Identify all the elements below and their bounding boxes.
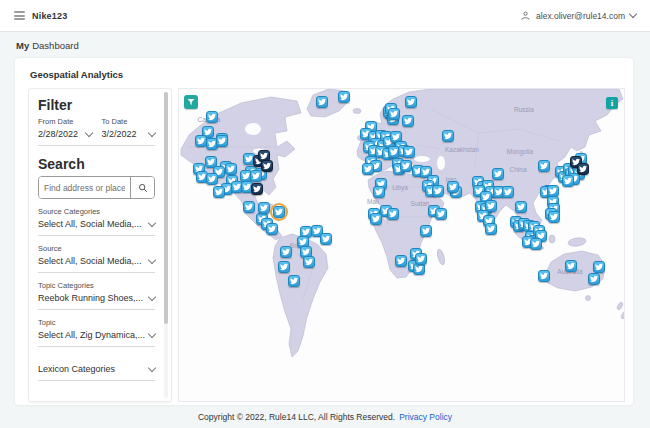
- map-marker-twitter[interactable]: [538, 270, 550, 282]
- sulawesi: [549, 235, 555, 243]
- twitter-bird-icon: [590, 275, 598, 283]
- map-marker-twitter[interactable]: [216, 135, 228, 147]
- map-marker-twitter[interactable]: [243, 201, 255, 213]
- twitter-bird-icon: [197, 137, 205, 145]
- map-marker-twitter[interactable]: [435, 208, 447, 220]
- search-input[interactable]: [39, 177, 130, 198]
- map-marker-twitter[interactable]: [562, 175, 574, 187]
- twitter-bird-icon: [504, 188, 512, 196]
- chevron-down-icon: [629, 10, 637, 18]
- chevron-down-icon: [148, 128, 156, 136]
- map-marker-twitter[interactable]: [405, 96, 417, 108]
- twitter-bird-icon: [260, 204, 268, 212]
- map-info-button[interactable]: i: [606, 97, 618, 109]
- twitter-bird-icon: [402, 162, 410, 170]
- lexicon-categories-select[interactable]: Lexicon Categories: [38, 361, 155, 378]
- user-menu[interactable]: alex.oliver@rule14.com: [520, 10, 636, 21]
- panel-scrollbar-thumb[interactable]: [164, 92, 168, 324]
- map-marker-twitter[interactable]: [258, 202, 270, 214]
- twitter-bird-icon: [208, 175, 216, 183]
- map-marker-twitter[interactable]: [388, 108, 400, 120]
- twitter-bird-icon: [540, 162, 548, 170]
- twitter-bird-icon: [372, 215, 380, 223]
- source-categories-select[interactable]: Select All, Social Media,...: [38, 216, 155, 233]
- map-filter-button[interactable]: [184, 95, 198, 109]
- breadcrumb: My Dashboard: [0, 32, 650, 58]
- hamburger-menu-icon[interactable]: [14, 11, 25, 20]
- privacy-policy-link[interactable]: Privacy Policy: [399, 412, 452, 422]
- from-date-select[interactable]: 2/28/2022: [38, 126, 92, 143]
- map-marker-twitter[interactable]: [316, 96, 328, 108]
- map-marker-twitter[interactable]: [288, 275, 300, 287]
- map-marker-twitter[interactable]: [447, 181, 459, 193]
- map-marker-twitter[interactable]: [593, 261, 605, 273]
- map-marker-twitter[interactable]: [250, 170, 262, 182]
- map-marker-twitter[interactable]: [548, 211, 560, 223]
- twitter-bird-icon: [567, 262, 575, 270]
- map-marker-twitter[interactable]: [415, 253, 427, 265]
- search-button[interactable]: [130, 177, 154, 198]
- map-marker-twitter[interactable]: [373, 186, 385, 198]
- map-marker-twitter[interactable]: [403, 146, 415, 158]
- map-marker-twitter[interactable]: [251, 183, 263, 195]
- twitter-bird-icon: [290, 277, 298, 285]
- map-marker-twitter[interactable]: [206, 173, 218, 185]
- twitter-bird-icon: [198, 173, 206, 181]
- map-marker-twitter[interactable]: [402, 115, 414, 127]
- map-marker-twitter[interactable]: [370, 213, 382, 225]
- map-marker-twitter[interactable]: [400, 160, 412, 172]
- to-date-select[interactable]: 3/2/2022: [102, 126, 156, 143]
- divider: [38, 346, 155, 347]
- map-marker-twitter[interactable]: [442, 130, 454, 142]
- map-marker-twitter[interactable]: [273, 206, 285, 218]
- map-marker-twitter[interactable]: [538, 160, 550, 172]
- topic-select[interactable]: Select All, Zig Dynamica,...: [38, 327, 155, 344]
- brand-name: Nike123: [32, 11, 67, 21]
- map-country-label: Mali: [367, 198, 379, 205]
- map-marker-twitter[interactable]: [278, 261, 290, 273]
- map-marker-twitter[interactable]: [213, 186, 225, 198]
- map-marker-twitter[interactable]: [577, 163, 589, 175]
- twitter-bird-icon: [397, 257, 405, 265]
- funnel-icon: [187, 98, 195, 106]
- map-marker-twitter[interactable]: [395, 255, 407, 267]
- map-marker-twitter[interactable]: [280, 246, 292, 258]
- twitter-bird-icon: [517, 203, 525, 211]
- map-marker-twitter[interactable]: [320, 233, 332, 245]
- source-select[interactable]: Select All, Social Media,...: [38, 253, 155, 270]
- map-marker-twitter[interactable]: [565, 260, 577, 272]
- twitter-bird-icon: [233, 183, 241, 191]
- map-marker-twitter[interactable]: [420, 225, 432, 237]
- map-marker-twitter[interactable]: [485, 223, 497, 235]
- map-marker-twitter[interactable]: [338, 91, 350, 103]
- twitter-bird-icon: [243, 183, 251, 191]
- map-marker-twitter[interactable]: [303, 256, 315, 268]
- map-canvas[interactable]: CanadaRussiaKazakhstanMongoliaChinaIranL…: [178, 88, 625, 402]
- twitter-bird-icon: [280, 263, 288, 271]
- twitter-bird-icon: [549, 187, 557, 195]
- twitter-bird-icon: [215, 188, 223, 196]
- map-marker-twitter[interactable]: [362, 163, 374, 175]
- map-marker-twitter[interactable]: [206, 111, 218, 123]
- map-marker-twitter[interactable]: [492, 168, 504, 180]
- caspian-sea: [437, 156, 445, 170]
- map-country-label: Libya: [392, 184, 408, 191]
- chevron-down-icon: [148, 363, 156, 371]
- twitter-bird-icon: [208, 140, 216, 148]
- map-marker-twitter[interactable]: [225, 163, 237, 175]
- user-email: alex.oliver@rule14.com: [536, 11, 625, 21]
- map-marker-twitter[interactable]: [387, 208, 399, 220]
- world-map: [179, 89, 625, 402]
- map-marker-twitter[interactable]: [588, 273, 600, 285]
- map-marker-twitter[interactable]: [261, 160, 273, 172]
- map-marker-twitter[interactable]: [515, 201, 527, 213]
- map-marker-twitter[interactable]: [432, 185, 444, 197]
- map-marker-twitter[interactable]: [502, 186, 514, 198]
- map-marker-twitter[interactable]: [266, 223, 278, 235]
- twitter-bird-icon: [422, 227, 430, 235]
- twitter-bird-icon: [449, 183, 457, 191]
- tasmania: [586, 296, 591, 301]
- topic-categories-select[interactable]: Reebok Running Shoes,...: [38, 290, 155, 307]
- twitter-bird-icon: [434, 187, 442, 195]
- map-marker-twitter[interactable]: [530, 238, 542, 250]
